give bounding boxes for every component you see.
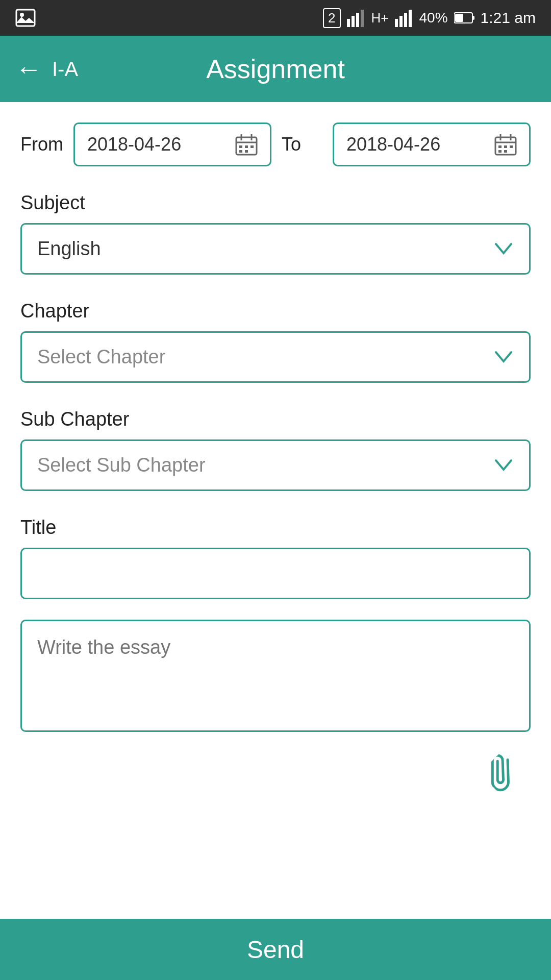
calendar-icon-from	[235, 133, 258, 156]
sub-chapter-dropdown[interactable]: Select Sub Chapter	[20, 439, 531, 491]
chapter-dropdown[interactable]: Select Chapter	[20, 331, 531, 383]
signal-icon2	[395, 9, 413, 27]
subject-section: Subject English	[20, 192, 531, 275]
battery-percent: 40%	[419, 10, 448, 26]
svg-point-1	[20, 13, 24, 17]
time-display: 1:21 am	[481, 9, 536, 27]
send-label: Send	[247, 936, 304, 964]
title-input[interactable]	[20, 548, 531, 599]
send-button[interactable]: Send	[0, 919, 551, 980]
svg-rect-28	[510, 145, 513, 148]
svg-rect-9	[409, 10, 412, 27]
status-bar-left	[15, 8, 36, 28]
svg-rect-17	[239, 145, 242, 148]
app-bar: ← I-A Assignment	[0, 36, 551, 102]
svg-rect-26	[498, 145, 502, 148]
svg-rect-11	[455, 14, 463, 22]
chevron-down-icon-chapter	[493, 347, 514, 368]
chapter-label: Chapter	[20, 300, 531, 322]
sub-chapter-label: Sub Chapter	[20, 408, 531, 430]
svg-rect-0	[16, 10, 35, 26]
status-bar: 2 H+ 40% 1:21 am	[0, 0, 551, 36]
chevron-down-icon-subject	[493, 239, 514, 259]
svg-rect-19	[251, 145, 254, 148]
chevron-down-icon-subchapter	[493, 455, 514, 476]
chapter-section: Chapter Select Chapter	[20, 300, 531, 383]
attachment-icon[interactable]	[480, 748, 536, 804]
title-label: Title	[20, 517, 531, 538]
subject-value: English	[37, 238, 101, 260]
svg-rect-2	[347, 19, 350, 27]
notification-badge: 2	[323, 8, 340, 28]
calendar-icon-to	[494, 133, 517, 156]
signal-text: H+	[371, 10, 389, 26]
status-bar-right: 2 H+ 40% 1:21 am	[323, 8, 536, 28]
svg-rect-6	[395, 19, 398, 27]
back-button[interactable]: ←	[15, 54, 42, 84]
image-icon	[15, 8, 36, 28]
to-label: To	[282, 134, 322, 155]
chapter-placeholder: Select Chapter	[37, 346, 165, 368]
svg-rect-3	[352, 16, 355, 27]
svg-rect-18	[245, 145, 248, 148]
app-bar-title: Assignment	[206, 54, 345, 84]
main-content: From 2018-04-26 To 2018-04-26	[0, 102, 551, 798]
svg-rect-4	[356, 13, 359, 27]
from-date-input[interactable]: 2018-04-26	[73, 122, 271, 166]
essay-textarea[interactable]	[20, 620, 531, 732]
title-section: Title	[20, 517, 531, 620]
subject-dropdown[interactable]: English	[20, 223, 531, 275]
date-row: From 2018-04-26 To 2018-04-26	[20, 122, 531, 166]
svg-rect-5	[361, 10, 364, 27]
svg-rect-8	[404, 13, 407, 27]
to-date-value: 2018-04-26	[346, 134, 494, 155]
subject-label: Subject	[20, 192, 531, 214]
from-label: From	[20, 134, 63, 155]
svg-rect-21	[245, 150, 248, 153]
sub-chapter-section: Sub Chapter Select Sub Chapter	[20, 408, 531, 491]
svg-rect-20	[239, 150, 242, 153]
svg-rect-27	[504, 145, 507, 148]
to-date-input[interactable]: 2018-04-26	[333, 122, 531, 166]
svg-rect-7	[399, 16, 403, 27]
sub-chapter-placeholder: Select Sub Chapter	[37, 454, 206, 476]
attachment-row	[20, 754, 531, 798]
signal-icon	[347, 9, 365, 27]
svg-rect-12	[472, 16, 474, 20]
svg-rect-29	[498, 150, 502, 153]
battery-icon	[454, 12, 474, 24]
svg-rect-30	[504, 150, 507, 153]
app-bar-id: I-A	[52, 58, 78, 81]
from-date-value: 2018-04-26	[87, 134, 235, 155]
